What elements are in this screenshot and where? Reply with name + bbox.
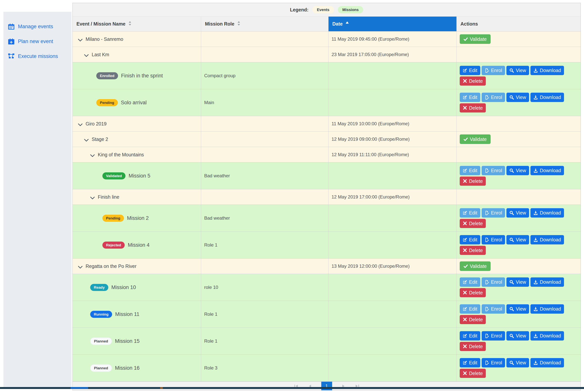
edit-button[interactable]: Edit [460, 208, 480, 218]
download-button[interactable]: Download [530, 66, 564, 75]
delete-button[interactable]: Delete [460, 246, 486, 255]
edit-button[interactable]: Edit [460, 235, 480, 244]
download-button[interactable]: Download [530, 331, 564, 340]
edit-button[interactable]: Edit [460, 93, 480, 102]
legend-events-pill: Events [312, 6, 334, 13]
view-button-label: View [516, 168, 526, 173]
edit-button[interactable]: Edit [460, 358, 480, 368]
delete-button-label: Delete [469, 221, 483, 226]
enrol-button[interactable]: Enrol [482, 235, 505, 244]
view-button[interactable]: View [506, 166, 529, 175]
sidebar-item-manage-events[interactable]: Manage events [8, 19, 72, 34]
edit-button[interactable]: Edit [460, 66, 480, 75]
file-signature-icon [485, 334, 489, 338]
enrol-button[interactable]: Enrol [482, 66, 505, 75]
enrol-button[interactable]: Enrol [482, 358, 505, 368]
view-button[interactable]: View [506, 66, 529, 75]
chevron-down-icon[interactable] [90, 196, 95, 198]
chevron-down-icon[interactable] [78, 38, 82, 40]
download-button[interactable]: Download [530, 166, 564, 175]
download-button-label: Download [540, 306, 561, 312]
view-button[interactable]: View [506, 278, 529, 287]
column-header-role[interactable]: Mission Role [201, 16, 328, 31]
chevron-down-icon[interactable] [84, 53, 89, 56]
magnifier-icon [510, 280, 514, 284]
action-buttons-line2: Delete [460, 315, 486, 324]
horizontal-scrollbar[interactable] [0, 387, 584, 389]
edit-button-label: Edit [469, 168, 477, 173]
calendar-icon [8, 23, 14, 30]
download-button[interactable]: Download [530, 304, 564, 314]
date-value: 12 May 2019 11:11:00 (Europe/Rome) [332, 152, 409, 157]
delete-button[interactable]: Delete [460, 103, 486, 113]
delete-button[interactable]: Delete [460, 315, 486, 324]
download-button[interactable]: Download [530, 208, 564, 218]
action-buttons: EditEnrolViewDownloadDelete [460, 356, 564, 380]
mission-role: Bad weather [204, 216, 230, 221]
events-missions-table: Legend: Events Missions Event / Mission … [72, 3, 581, 390]
download-button[interactable]: Download [530, 93, 564, 102]
delete-button-label: Delete [469, 371, 483, 376]
view-button[interactable]: View [506, 93, 529, 102]
validate-button[interactable]: Validate [460, 262, 490, 271]
current-page[interactable]: 1 [321, 382, 332, 390]
chevron-down-icon[interactable] [78, 265, 82, 268]
download-button[interactable]: Download [530, 278, 564, 287]
delete-button[interactable]: Delete [460, 76, 486, 86]
download-icon [534, 280, 538, 284]
chevron-down-icon[interactable] [90, 153, 95, 156]
edit-button[interactable]: Edit [460, 278, 480, 287]
delete-button[interactable]: Delete [460, 176, 486, 186]
event-name: Milano - Sanremo [86, 36, 123, 42]
mission-name: Mission 15 [115, 338, 140, 344]
download-button[interactable]: Download [530, 358, 564, 368]
name-cell: Finish line [73, 189, 201, 204]
sidebar-item-execute-missions[interactable]: Execute missions [8, 49, 72, 64]
view-button[interactable]: View [506, 235, 529, 244]
chevron-down-icon[interactable] [78, 122, 82, 125]
delete-button[interactable]: Delete [460, 219, 486, 228]
action-buttons: EditEnrolViewDownloadDelete [460, 91, 564, 114]
delete-button[interactable]: Delete [460, 288, 486, 298]
pen-square-icon [463, 360, 467, 365]
edit-button[interactable]: Edit [460, 166, 480, 175]
file-signature-icon [485, 360, 489, 365]
enrol-button[interactable]: Enrol [482, 166, 505, 175]
mission-role: Role 1 [204, 338, 217, 344]
chevron-down-icon[interactable] [84, 138, 89, 141]
download-icon [534, 95, 538, 100]
column-header-date[interactable]: Date [328, 16, 457, 31]
validate-button[interactable]: Validate [460, 34, 490, 44]
view-button[interactable]: View [506, 358, 529, 368]
validate-button[interactable]: Validate [460, 134, 490, 144]
view-button[interactable]: View [506, 208, 529, 218]
x-icon [463, 179, 467, 183]
delete-button[interactable]: Delete [460, 342, 486, 351]
enrol-button[interactable]: Enrol [482, 278, 505, 287]
edit-button[interactable]: Edit [460, 331, 480, 340]
date-cell [328, 328, 457, 354]
mission-name: Mission 16 [115, 365, 140, 371]
actions-cell: EditEnrolViewDownloadDelete [457, 62, 580, 89]
sidebar-item-plan-new-event[interactable]: Plan new event [8, 34, 72, 49]
sort-icon [238, 21, 240, 27]
enrol-button[interactable]: Enrol [482, 331, 505, 340]
name-cell: PlannedMission 15 [73, 328, 201, 354]
action-buttons-line1: EditEnrolViewDownload [460, 304, 564, 314]
name-cell: Last Km [73, 47, 201, 62]
view-button[interactable]: View [506, 304, 529, 314]
enrol-button[interactable]: Enrol [482, 208, 505, 218]
actions-cell [457, 47, 580, 62]
status-badge: Running [90, 311, 112, 318]
view-button[interactable]: View [506, 331, 529, 340]
column-header-name[interactable]: Event / Mission Name [73, 16, 201, 31]
delete-button[interactable]: Delete [460, 369, 486, 378]
mission-row: ValidatedMission 5Bad weatherEditEnrolVi… [73, 162, 580, 189]
sidebar-item-label: Manage events [18, 24, 53, 30]
download-button[interactable]: Download [530, 235, 564, 244]
download-button-label: Download [540, 333, 561, 338]
enrol-button[interactable]: Enrol [482, 304, 505, 314]
edit-button[interactable]: Edit [460, 304, 480, 314]
enrol-button[interactable]: Enrol [482, 93, 505, 102]
scrollbar-thumb[interactable] [70, 387, 88, 389]
